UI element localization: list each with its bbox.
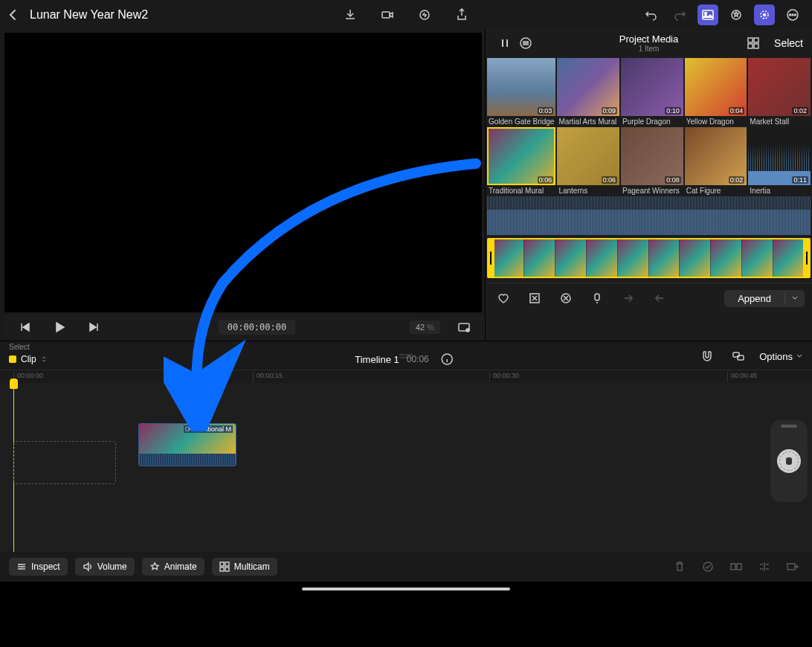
svg-point-8 — [790, 14, 791, 16]
media-duration: 0:03 — [538, 107, 554, 115]
svg-rect-17 — [754, 44, 758, 48]
timeline-info-button[interactable] — [436, 349, 457, 370]
media-duration: 0:10 — [665, 107, 681, 115]
camera-button[interactable] — [377, 4, 398, 25]
chevron-down-icon — [796, 353, 803, 360]
media-label: Inertia — [748, 185, 811, 195]
viewer-preview[interactable] — [4, 33, 482, 312]
svg-rect-0 — [382, 12, 390, 18]
svg-point-9 — [792, 14, 793, 16]
svg-point-6 — [764, 14, 766, 16]
select-media-button[interactable]: Select — [774, 37, 803, 49]
animate-button[interactable]: Animate — [142, 558, 204, 576]
share-button[interactable] — [451, 4, 472, 25]
media-item[interactable]: 0:06Lanterns — [557, 127, 619, 195]
svg-rect-23 — [186, 428, 189, 431]
delete-button[interactable] — [669, 556, 690, 577]
link-button[interactable] — [728, 346, 749, 367]
chevron-updown-icon — [41, 356, 47, 362]
svg-rect-21 — [733, 353, 739, 357]
media-item[interactable]: 0:02Market Stall — [748, 58, 811, 126]
clip-type-selector[interactable]: Clip — [9, 354, 47, 364]
favorite-button[interactable] — [493, 288, 514, 309]
media-label: Market Stall — [748, 116, 811, 126]
clip-filmstrip[interactable] — [487, 238, 811, 278]
inspect-button[interactable]: Inspect — [9, 558, 68, 576]
media-label: Cat Figure — [685, 185, 747, 195]
timeline-name: Timeline 1 — [355, 354, 399, 365]
append-menu-chevron[interactable] — [784, 293, 805, 304]
media-duration: 0:02 — [792, 107, 808, 115]
timeline-duration: 00:06 — [407, 354, 429, 364]
svg-rect-24 — [220, 562, 224, 566]
filter-media-button[interactable] — [515, 33, 536, 54]
overwrite-button[interactable] — [782, 556, 803, 577]
redo-button[interactable] — [669, 4, 690, 25]
media-item[interactable]: 0:04Yellow Dragon — [685, 58, 747, 126]
svg-rect-16 — [748, 44, 753, 48]
jog-wheel[interactable] — [770, 420, 808, 502]
media-label: Purple Dragon — [621, 116, 683, 126]
clear-rating-button[interactable] — [555, 288, 576, 309]
media-label: Yellow Dragon — [685, 116, 747, 126]
timeline-placeholder-slot — [13, 441, 116, 484]
undo-button[interactable] — [641, 4, 662, 25]
keyword-button[interactable] — [587, 288, 608, 309]
media-item[interactable]: 0:08Pageant Winners — [621, 127, 683, 195]
ruler-mark: 00:00:15 — [253, 372, 283, 382]
insert-button[interactable] — [754, 556, 775, 577]
voiceover-button[interactable] — [414, 4, 435, 25]
media-item[interactable]: 0:02Cat Figure — [685, 127, 747, 195]
multicam-button[interactable]: Multicam — [212, 558, 277, 576]
dragged-clip[interactable]: Traditional M — [138, 423, 236, 466]
volume-button[interactable]: Volume — [75, 558, 135, 576]
svg-point-10 — [795, 14, 796, 16]
svg-rect-25 — [225, 562, 229, 566]
ruler-mark: 00:00:00 — [13, 372, 43, 382]
chevron-left-icon — [9, 9, 16, 21]
media-panel-subtitle: 1 Item — [619, 45, 678, 53]
mark-in-button[interactable] — [618, 288, 639, 309]
svg-rect-27 — [225, 567, 229, 571]
media-duration: 0:06 — [538, 176, 554, 184]
split-button[interactable] — [726, 556, 747, 577]
media-duration: 0:08 — [665, 176, 681, 184]
trim-handle-left[interactable] — [487, 239, 494, 277]
media-item[interactable]: 0:03Golden Gate Bridge — [487, 58, 555, 126]
import-button[interactable] — [340, 4, 361, 25]
prev-frame-button[interactable] — [15, 317, 36, 338]
mark-out-button[interactable] — [649, 288, 670, 309]
media-duration: 0:02 — [729, 176, 745, 184]
more-button[interactable] — [782, 4, 803, 25]
media-duration: 0:11 — [792, 176, 808, 184]
svg-rect-22 — [738, 355, 744, 360]
timeline-mode-label: Select — [9, 343, 30, 351]
project-title: Lunar New Year New2 — [30, 8, 148, 22]
play-button[interactable] — [49, 317, 70, 338]
next-frame-button[interactable] — [83, 317, 104, 338]
media-item[interactable]: 0:06Traditional Mural — [487, 127, 555, 195]
pause-media-button[interactable] — [494, 33, 515, 54]
media-browser-button[interactable] — [697, 4, 718, 25]
snap-button[interactable] — [697, 346, 718, 367]
enable-button[interactable] — [697, 556, 718, 577]
timeline-track-area[interactable]: Traditional M — [0, 383, 812, 554]
back-button[interactable]: Lunar New Year New2 — [9, 8, 148, 22]
media-item[interactable]: 0:11Inertia — [748, 127, 811, 195]
audio-waveform-strip[interactable] — [487, 196, 811, 235]
append-button[interactable]: Append — [724, 290, 805, 307]
trim-handle-right[interactable] — [803, 239, 811, 277]
effects-button[interactable] — [726, 4, 747, 25]
svg-rect-2 — [703, 10, 713, 19]
media-duration: 0:04 — [729, 107, 745, 115]
timeline-options-button[interactable]: Options — [759, 351, 803, 362]
grid-view-button[interactable] — [743, 33, 764, 54]
timecode-display[interactable]: 00:00:00:00 — [219, 320, 295, 335]
inspector-button[interactable] — [754, 4, 775, 25]
media-item[interactable]: 0:09Martial Arts Mural — [557, 58, 619, 126]
zoom-level[interactable]: 42% — [410, 321, 440, 334]
media-duration: 0:09 — [602, 107, 618, 115]
reject-button[interactable] — [524, 288, 545, 309]
media-item[interactable]: 0:10Purple Dragon — [621, 58, 683, 126]
view-options-button[interactable] — [454, 317, 474, 338]
